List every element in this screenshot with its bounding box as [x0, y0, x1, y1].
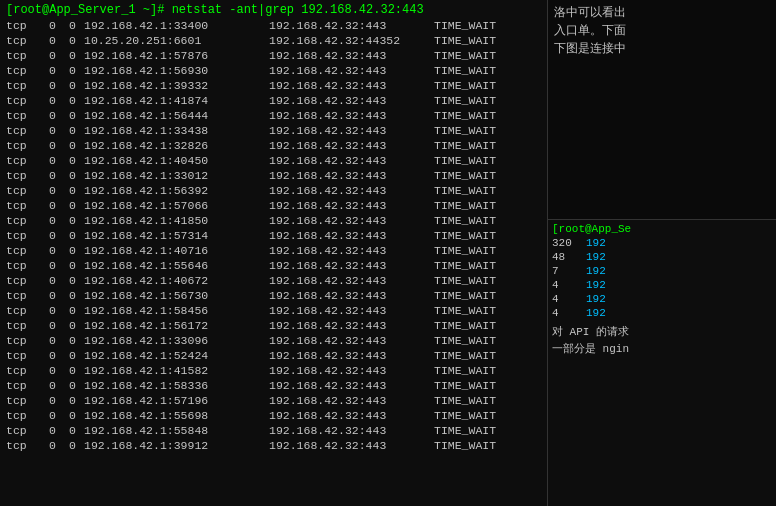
- col-recv: 0: [44, 349, 64, 362]
- col-recv: 0: [44, 169, 64, 182]
- col-local: 192.168.42.1:58456: [84, 304, 269, 317]
- col-state: TIME_WAIT: [434, 379, 496, 392]
- col-state: TIME_WAIT: [434, 349, 496, 362]
- table-row: tcp 0 0 192.168.42.1:58336 192.168.42.32…: [0, 378, 547, 393]
- col-foreign: 192.168.42.32:443: [269, 64, 434, 77]
- col-send: 0: [64, 274, 84, 287]
- col-foreign: 192.168.42.32:443: [269, 109, 434, 122]
- col-state: TIME_WAIT: [434, 364, 496, 377]
- col-foreign: 192.168.42.32:443: [269, 259, 434, 272]
- table-row: tcp 0 0 192.168.42.1:40450 192.168.42.32…: [0, 153, 547, 168]
- col-foreign: 192.168.42.32:443: [269, 379, 434, 392]
- col-foreign: 192.168.42.32:443: [269, 49, 434, 62]
- table-row: tcp 0 0 192.168.42.1:57314 192.168.42.32…: [0, 228, 547, 243]
- col-state: TIME_WAIT: [434, 244, 496, 257]
- col-proto: tcp: [6, 439, 44, 452]
- col-foreign: 192.168.42.32:443: [269, 199, 434, 212]
- col-recv: 0: [44, 49, 64, 62]
- rb-num: 4: [552, 293, 582, 305]
- col-local: 192.168.42.1:40450: [84, 154, 269, 167]
- col-foreign: 192.168.42.32:443: [269, 439, 434, 452]
- table-row: tcp 0 0 192.168.42.1:56730 192.168.42.32…: [0, 288, 547, 303]
- rb-addr: 192: [586, 237, 606, 249]
- col-send: 0: [64, 214, 84, 227]
- col-state: TIME_WAIT: [434, 274, 496, 287]
- col-send: 0: [64, 304, 84, 317]
- col-state: TIME_WAIT: [434, 409, 496, 422]
- col-send: 0: [64, 109, 84, 122]
- right-top-text-area: 洛中可以看出 入口单。下面 下图是连接中: [548, 0, 776, 220]
- col-send: 0: [64, 139, 84, 152]
- col-local: 192.168.42.1:52424: [84, 349, 269, 362]
- col-local: 192.168.42.1:33096: [84, 334, 269, 347]
- rb-addr: 192: [586, 293, 606, 305]
- col-state: TIME_WAIT: [434, 334, 496, 347]
- col-foreign: 192.168.42.32:443: [269, 139, 434, 152]
- rb-num: 4: [552, 279, 582, 291]
- table-row: tcp 0 0 192.168.42.1:55646 192.168.42.32…: [0, 258, 547, 273]
- right-bottom-row: 320192: [552, 236, 772, 250]
- col-state: TIME_WAIT: [434, 304, 496, 317]
- right-bottom-header: [root@App_Se: [552, 222, 772, 236]
- col-send: 0: [64, 364, 84, 377]
- col-proto: tcp: [6, 49, 44, 62]
- col-state: TIME_WAIT: [434, 34, 496, 47]
- col-local: 192.168.42.1:55646: [84, 259, 269, 272]
- table-row: tcp 0 0 192.168.42.1:39912 192.168.42.32…: [0, 438, 547, 453]
- col-proto: tcp: [6, 184, 44, 197]
- right-bottom-footer-text: 对 API 的请求一部分是 ngin: [552, 324, 772, 357]
- right-bottom-row: 48192: [552, 250, 772, 264]
- table-row: tcp 0 0 192.168.42.1:52424 192.168.42.32…: [0, 348, 547, 363]
- col-send: 0: [64, 64, 84, 77]
- col-recv: 0: [44, 64, 64, 77]
- col-state: TIME_WAIT: [434, 439, 496, 452]
- right-panel: 洛中可以看出 入口单。下面 下图是连接中 [root@App_Se 320192…: [548, 0, 776, 506]
- col-state: TIME_WAIT: [434, 94, 496, 107]
- col-local: 10.25.20.251:6601: [84, 34, 269, 47]
- col-send: 0: [64, 169, 84, 182]
- col-proto: tcp: [6, 409, 44, 422]
- col-send: 0: [64, 334, 84, 347]
- col-recv: 0: [44, 244, 64, 257]
- col-send: 0: [64, 319, 84, 332]
- col-state: TIME_WAIT: [434, 19, 496, 32]
- col-state: TIME_WAIT: [434, 154, 496, 167]
- col-local: 192.168.42.1:56444: [84, 109, 269, 122]
- col-state: TIME_WAIT: [434, 49, 496, 62]
- col-send: 0: [64, 259, 84, 272]
- terminal-panel: [root@App_Server_1 ~]# netstat -ant|grep…: [0, 0, 548, 506]
- col-send: 0: [64, 124, 84, 137]
- col-state: TIME_WAIT: [434, 199, 496, 212]
- col-local: 192.168.42.1:33400: [84, 19, 269, 32]
- table-row: tcp 0 0 192.168.42.1:32826 192.168.42.32…: [0, 138, 547, 153]
- col-recv: 0: [44, 304, 64, 317]
- col-local: 192.168.42.1:32826: [84, 139, 269, 152]
- col-recv: 0: [44, 364, 64, 377]
- col-state: TIME_WAIT: [434, 64, 496, 77]
- col-recv: 0: [44, 394, 64, 407]
- col-send: 0: [64, 19, 84, 32]
- col-proto: tcp: [6, 109, 44, 122]
- col-proto: tcp: [6, 244, 44, 257]
- col-foreign: 192.168.42.32:443: [269, 349, 434, 362]
- col-proto: tcp: [6, 319, 44, 332]
- col-foreign: 192.168.42.32:443: [269, 304, 434, 317]
- col-recv: 0: [44, 34, 64, 47]
- col-state: TIME_WAIT: [434, 259, 496, 272]
- rb-addr: 192: [586, 307, 606, 319]
- col-recv: 0: [44, 439, 64, 452]
- right-bottom-header-text: [root@App_Se: [552, 223, 631, 235]
- col-local: 192.168.42.1:57066: [84, 199, 269, 212]
- col-state: TIME_WAIT: [434, 289, 496, 302]
- col-local: 192.168.42.1:56172: [84, 319, 269, 332]
- col-recv: 0: [44, 79, 64, 92]
- col-local: 192.168.42.1:56392: [84, 184, 269, 197]
- col-foreign: 192.168.42.32:443: [269, 364, 434, 377]
- col-foreign: 192.168.42.32:443: [269, 319, 434, 332]
- col-proto: tcp: [6, 364, 44, 377]
- col-proto: tcp: [6, 334, 44, 347]
- table-row: tcp 0 0 192.168.42.1:56392 192.168.42.32…: [0, 183, 547, 198]
- col-proto: tcp: [6, 154, 44, 167]
- col-state: TIME_WAIT: [434, 124, 496, 137]
- right-bottom-row: 4192: [552, 292, 772, 306]
